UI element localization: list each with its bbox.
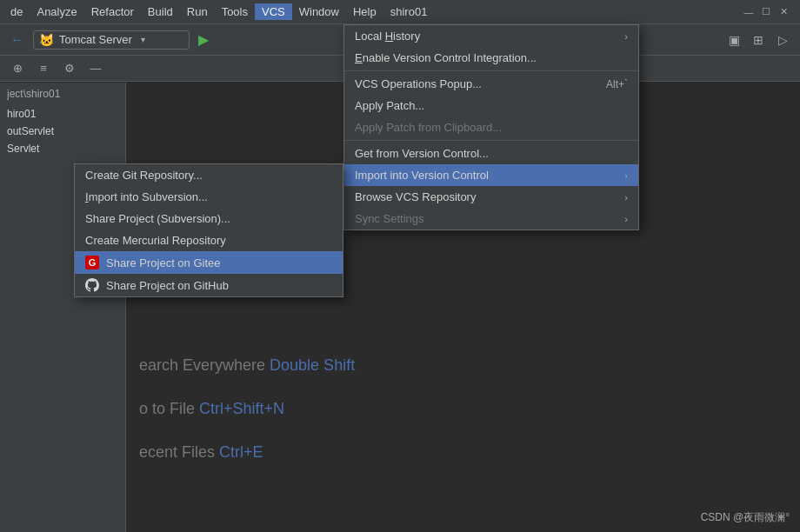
sidebar-label-outservlet: outServlet: [7, 125, 54, 137]
secondary-btn-1[interactable]: ⊕: [7, 58, 28, 79]
submenu-share-svn[interactable]: Share Project (Subversion)...: [75, 208, 343, 229]
username-label: shiro01: [390, 5, 428, 18]
share-svn-label: Share Project (Subversion)...: [85, 212, 230, 225]
import-vcs-label: Import into Version Control: [355, 169, 489, 182]
share-gitee-label: Share Project on Gitee: [106, 256, 221, 269]
secondary-btn-4[interactable]: —: [85, 58, 106, 79]
hint-recent-shortcut: Ctrl+E: [219, 443, 263, 461]
menu-item-tools[interactable]: Tools: [215, 3, 255, 20]
minus-icon: —: [90, 62, 102, 75]
gitee-icon: G: [85, 256, 99, 269]
list-icon: ≡: [40, 62, 47, 75]
vcs-ops-label: VCS Operations Popup...: [355, 77, 482, 90]
local-history-arrow: ›: [624, 31, 628, 42]
window-controls: — ☐ ✕: [743, 6, 797, 18]
menu-bar: de Analyze Refactor Build Run Tools VCS …: [0, 0, 800, 24]
vcs-ops-shortcut: Alt+`: [606, 78, 628, 90]
tomcat-icon: 🐱: [39, 33, 54, 47]
plus-icon: ⊕: [13, 62, 23, 75]
create-git-label: Create Git Repository...: [85, 169, 203, 182]
import-vcs-submenu: Create Git Repository... Import into Sub…: [74, 163, 343, 297]
sidebar-label-servlet: Servlet: [7, 143, 39, 155]
hint-recent: ecent Files Ctrl+E: [139, 443, 263, 462]
secondary-btn-2[interactable]: ≡: [33, 58, 54, 79]
vcs-menu-ops-popup[interactable]: VCS Operations Popup... Alt+`: [344, 73, 638, 95]
submenu-import-svn[interactable]: Import into Subversion...: [75, 186, 343, 208]
hint-recent-text: ecent Files: [139, 443, 219, 461]
run-config-label: Tomcat Server: [59, 33, 132, 46]
sync-settings-label: Sync Settings: [355, 212, 424, 225]
create-hg-label: Create Mercurial Repository: [85, 234, 226, 247]
sidebar: ject\shiro01 hiro01 outServlet Servlet: [0, 83, 126, 532]
separator-1: [344, 70, 638, 71]
sidebar-item-servlet[interactable]: Servlet: [0, 140, 125, 157]
vcs-menu-import-vcs[interactable]: Import into Version Control › Create Git…: [344, 164, 638, 186]
hint-goto-shortcut: Ctrl+Shift+N: [199, 400, 284, 417]
sidebar-item-shiro01[interactable]: hiro01: [0, 105, 125, 123]
sidebar-label-shiro01: hiro01: [7, 108, 36, 120]
back-button[interactable]: ←: [7, 30, 28, 50]
vcs-menu-enable-vcs[interactable]: Enable Version Control Integration...: [344, 47, 638, 69]
submenu-share-github[interactable]: Share Project on GitHub: [75, 274, 343, 296]
secondary-btn-3[interactable]: ⚙: [59, 58, 80, 79]
toolbar-btn-1[interactable]: ▣: [723, 30, 744, 50]
vcs-menu-sync-settings: Sync Settings ›: [344, 208, 638, 229]
hint-goto-text: o to File: [139, 400, 199, 417]
back-icon: ←: [10, 32, 24, 48]
run-button[interactable]: ▶: [195, 30, 212, 50]
menu-item-window[interactable]: Window: [292, 3, 346, 20]
run-config-dropdown-arrow: ▾: [141, 35, 145, 44]
toolbar-btn-2[interactable]: ⊞: [748, 30, 769, 50]
hint-search-shortcut: Double Shift: [270, 356, 355, 374]
close-button[interactable]: ✕: [777, 6, 790, 18]
get-from-vcs-label: Get from Version Control...: [355, 147, 489, 160]
apply-patch-label: Apply Patch...: [355, 99, 424, 112]
hint-search-text: earch Everywhere: [139, 356, 270, 374]
separator-2: [344, 140, 638, 141]
maximize-button[interactable]: ☐: [760, 6, 772, 18]
enable-vcs-label: Enable Version Control Integration...: [355, 51, 537, 64]
menu-item-help[interactable]: Help: [346, 3, 383, 20]
hint-goto: o to File Ctrl+Shift+N: [139, 400, 284, 418]
vcs-menu-apply-patch[interactable]: Apply Patch...: [344, 95, 638, 116]
browse-vcs-label: Browse VCS Repository: [355, 190, 476, 203]
menu-item-analyze[interactable]: Analyze: [30, 3, 83, 20]
submenu-share-gitee[interactable]: G Share Project on Gitee: [75, 251, 343, 274]
browse-vcs-arrow: ›: [624, 192, 628, 203]
submenu-create-hg[interactable]: Create Mercurial Repository: [75, 229, 343, 251]
menu-item-refactor[interactable]: Refactor: [84, 3, 141, 20]
sidebar-path: ject\shiro01: [0, 83, 125, 105]
import-svn-label: Import into Subversion...: [85, 190, 208, 203]
minimize-button[interactable]: —: [743, 6, 755, 18]
vcs-dropdown-menu: Local History › Enable Version Control I…: [343, 24, 639, 230]
import-vcs-arrow: ›: [624, 170, 628, 181]
menu-item-de[interactable]: de: [3, 3, 30, 20]
vcs-menu-apply-patch-clipboard: Apply Patch from Clipboard...: [344, 116, 638, 138]
menu-item-build[interactable]: Build: [141, 3, 180, 20]
submenu-create-git[interactable]: Create Git Repository...: [75, 164, 343, 186]
sidebar-item-outservlet[interactable]: outServlet: [0, 123, 125, 140]
gear-icon: ⚙: [64, 62, 75, 75]
sync-settings-arrow: ›: [624, 214, 628, 224]
apply-patch-clipboard-label: Apply Patch from Clipboard...: [355, 121, 502, 134]
menu-item-run[interactable]: Run: [180, 3, 215, 20]
run-config-selector[interactable]: 🐱 Tomcat Server ▾: [33, 30, 190, 50]
toolbar-btn-3[interactable]: ▷: [772, 30, 793, 50]
github-icon: [85, 278, 99, 292]
vcs-menu-get-from-vcs[interactable]: Get from Version Control...: [344, 143, 638, 164]
watermark: CSDN @夜雨微澜°: [701, 510, 790, 525]
vcs-menu-local-history[interactable]: Local History ›: [344, 25, 638, 47]
vcs-menu-browse-vcs[interactable]: Browse VCS Repository ›: [344, 186, 638, 208]
share-github-label: Share Project on GitHub: [106, 279, 229, 292]
hint-search: earch Everywhere Double Shift: [139, 356, 355, 375]
menu-item-vcs[interactable]: VCS: [255, 3, 292, 20]
local-history-label: Local History: [355, 30, 420, 43]
